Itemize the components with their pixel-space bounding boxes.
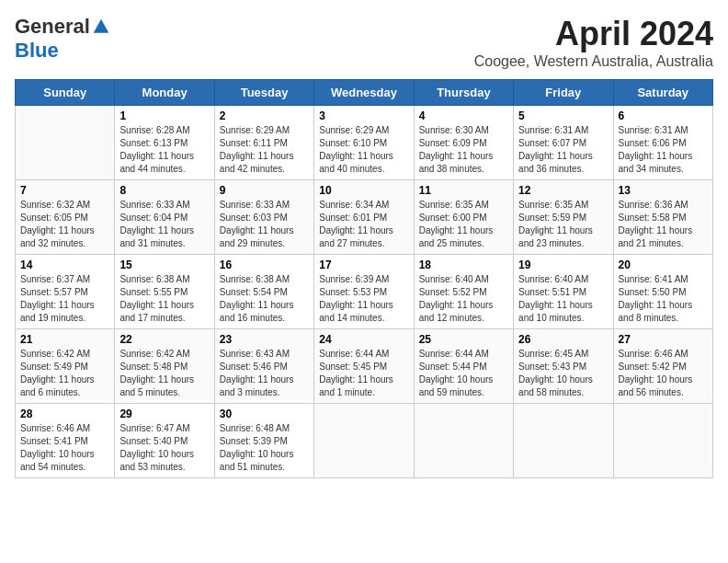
logo: General Blue (15, 15, 110, 63)
day-header-monday: Monday (115, 80, 214, 106)
date-number: 3 (319, 109, 408, 122)
date-number: 12 (518, 184, 608, 197)
day-header-saturday: Saturday (613, 80, 712, 106)
date-number: 19 (518, 259, 608, 271)
date-number: 22 (119, 333, 209, 346)
date-number: 7 (20, 184, 109, 197)
date-number: 11 (419, 184, 508, 197)
calendar-cell: 7Sunrise: 6:32 AMSunset: 6:05 PMDaylight… (16, 180, 115, 255)
day-header-tuesday: Tuesday (214, 80, 313, 106)
cell-info: Sunrise: 6:42 AMSunset: 5:48 PMDaylight:… (119, 349, 194, 397)
date-number: 17 (319, 259, 408, 271)
calendar-cell: 2Sunrise: 6:29 AMSunset: 6:11 PMDaylight… (214, 106, 313, 180)
date-number: 18 (419, 259, 508, 271)
title-section: April 2024 Coogee, Western Australia, Au… (474, 15, 713, 70)
calendar-cell: 25Sunrise: 6:44 AMSunset: 5:44 PMDayligh… (414, 329, 513, 404)
calendar-cell: 26Sunrise: 6:45 AMSunset: 5:43 PMDayligh… (514, 329, 613, 404)
calendar-cell (314, 404, 414, 478)
calendar-cell: 14Sunrise: 6:37 AMSunset: 5:57 PMDayligh… (16, 255, 115, 329)
day-header-sunday: Sunday (16, 80, 115, 106)
date-number: 30 (220, 408, 309, 420)
day-header-wednesday: Wednesday (314, 80, 414, 106)
cell-info: Sunrise: 6:48 AMSunset: 5:39 PMDaylight:… (220, 423, 294, 472)
cell-info: Sunrise: 6:38 AMSunset: 5:55 PMDaylight:… (119, 274, 194, 323)
cell-info: Sunrise: 6:46 AMSunset: 5:41 PMDaylight:… (20, 423, 95, 472)
calendar-cell: 3Sunrise: 6:29 AMSunset: 6:10 PMDaylight… (314, 106, 414, 180)
date-number: 29 (119, 408, 209, 420)
cell-info: Sunrise: 6:39 AMSunset: 5:53 PMDaylight:… (319, 274, 393, 323)
cell-info: Sunrise: 6:42 AMSunset: 5:49 PMDaylight:… (20, 349, 95, 397)
date-number: 16 (220, 259, 309, 271)
day-header-thursday: Thursday (414, 80, 513, 106)
date-number: 28 (20, 408, 109, 420)
cell-info: Sunrise: 6:33 AMSunset: 6:04 PMDaylight:… (119, 200, 194, 248)
calendar-cell: 18Sunrise: 6:40 AMSunset: 5:52 PMDayligh… (414, 255, 513, 329)
cell-info: Sunrise: 6:33 AMSunset: 6:03 PMDaylight:… (220, 200, 294, 248)
date-number: 13 (619, 184, 708, 197)
cell-info: Sunrise: 6:40 AMSunset: 5:51 PMDaylight:… (518, 274, 593, 323)
cell-info: Sunrise: 6:32 AMSunset: 6:05 PMDaylight:… (20, 200, 95, 248)
logo-general: General (15, 15, 90, 39)
cell-info: Sunrise: 6:44 AMSunset: 5:45 PMDaylight:… (319, 349, 393, 397)
calendar-cell: 22Sunrise: 6:42 AMSunset: 5:48 PMDayligh… (115, 329, 214, 404)
week-row-0: 1Sunrise: 6:28 AMSunset: 6:13 PMDaylight… (16, 106, 713, 180)
date-number: 26 (518, 333, 608, 346)
cell-info: Sunrise: 6:36 AMSunset: 5:58 PMDaylight:… (619, 200, 693, 248)
week-row-4: 28Sunrise: 6:46 AMSunset: 5:41 PMDayligh… (16, 404, 713, 478)
calendar-cell: 5Sunrise: 6:31 AMSunset: 6:07 PMDaylight… (514, 106, 613, 180)
cell-info: Sunrise: 6:44 AMSunset: 5:44 PMDaylight:… (419, 349, 494, 397)
cell-info: Sunrise: 6:30 AMSunset: 6:09 PMDaylight:… (419, 125, 494, 174)
calendar-cell: 10Sunrise: 6:34 AMSunset: 6:01 PMDayligh… (314, 180, 414, 255)
svg-marker-0 (94, 19, 109, 33)
calendar-cell: 19Sunrise: 6:40 AMSunset: 5:51 PMDayligh… (514, 255, 613, 329)
calendar-cell: 9Sunrise: 6:33 AMSunset: 6:03 PMDaylight… (214, 180, 313, 255)
calendar-cell: 1Sunrise: 6:28 AMSunset: 6:13 PMDaylight… (115, 106, 214, 180)
header: General Blue April 2024 Coogee, Western … (15, 15, 713, 70)
date-number: 4 (419, 109, 508, 122)
calendar-cell: 29Sunrise: 6:47 AMSunset: 5:40 PMDayligh… (115, 404, 214, 478)
calendar-cell: 23Sunrise: 6:43 AMSunset: 5:46 PMDayligh… (214, 329, 313, 404)
calendar-cell: 12Sunrise: 6:35 AMSunset: 5:59 PMDayligh… (514, 180, 613, 255)
calendar-cell: 6Sunrise: 6:31 AMSunset: 6:06 PMDaylight… (613, 106, 712, 180)
date-number: 27 (619, 333, 708, 346)
date-number: 5 (518, 109, 608, 122)
cell-info: Sunrise: 6:34 AMSunset: 6:01 PMDaylight:… (319, 200, 393, 248)
date-number: 25 (419, 333, 508, 346)
calendar-cell: 30Sunrise: 6:48 AMSunset: 5:39 PMDayligh… (214, 404, 313, 478)
calendar-cell (514, 404, 613, 478)
calendar-cell: 11Sunrise: 6:35 AMSunset: 6:00 PMDayligh… (414, 180, 513, 255)
month-title: April 2024 (474, 15, 713, 53)
calendar-cell: 24Sunrise: 6:44 AMSunset: 5:45 PMDayligh… (314, 329, 414, 404)
calendar-table: SundayMondayTuesdayWednesdayThursdayFrid… (15, 79, 713, 478)
calendar-cell (16, 106, 115, 180)
cell-info: Sunrise: 6:46 AMSunset: 5:42 PMDaylight:… (619, 349, 693, 397)
calendar-cell (613, 404, 712, 478)
cell-info: Sunrise: 6:28 AMSunset: 6:13 PMDaylight:… (119, 125, 194, 174)
calendar-cell: 13Sunrise: 6:36 AMSunset: 5:58 PMDayligh… (613, 180, 712, 255)
week-row-1: 7Sunrise: 6:32 AMSunset: 6:05 PMDaylight… (16, 180, 713, 255)
cell-info: Sunrise: 6:45 AMSunset: 5:43 PMDaylight:… (518, 349, 593, 397)
date-number: 8 (119, 184, 209, 197)
cell-info: Sunrise: 6:29 AMSunset: 6:11 PMDaylight:… (220, 125, 294, 174)
calendar-cell: 16Sunrise: 6:38 AMSunset: 5:54 PMDayligh… (214, 255, 313, 329)
date-number: 21 (20, 333, 109, 346)
subtitle: Coogee, Western Australia, Australia (474, 53, 713, 70)
date-number: 23 (220, 333, 309, 346)
date-number: 24 (319, 333, 408, 346)
day-header-friday: Friday (514, 80, 613, 106)
week-row-2: 14Sunrise: 6:37 AMSunset: 5:57 PMDayligh… (16, 255, 713, 329)
cell-info: Sunrise: 6:43 AMSunset: 5:46 PMDaylight:… (220, 349, 294, 397)
date-number: 1 (119, 109, 209, 122)
calendar-cell: 27Sunrise: 6:46 AMSunset: 5:42 PMDayligh… (613, 329, 712, 404)
calendar-cell: 21Sunrise: 6:42 AMSunset: 5:49 PMDayligh… (16, 329, 115, 404)
cell-info: Sunrise: 6:29 AMSunset: 6:10 PMDaylight:… (319, 125, 393, 174)
logo-blue: Blue (15, 39, 59, 63)
cell-info: Sunrise: 6:31 AMSunset: 6:07 PMDaylight:… (518, 125, 593, 174)
cell-info: Sunrise: 6:47 AMSunset: 5:40 PMDaylight:… (119, 423, 194, 472)
date-number: 9 (220, 184, 309, 197)
week-row-3: 21Sunrise: 6:42 AMSunset: 5:49 PMDayligh… (16, 329, 713, 404)
cell-info: Sunrise: 6:38 AMSunset: 5:54 PMDaylight:… (220, 274, 294, 323)
calendar-cell: 15Sunrise: 6:38 AMSunset: 5:55 PMDayligh… (115, 255, 214, 329)
date-number: 6 (619, 109, 708, 122)
day-header-row: SundayMondayTuesdayWednesdayThursdayFrid… (16, 80, 713, 106)
